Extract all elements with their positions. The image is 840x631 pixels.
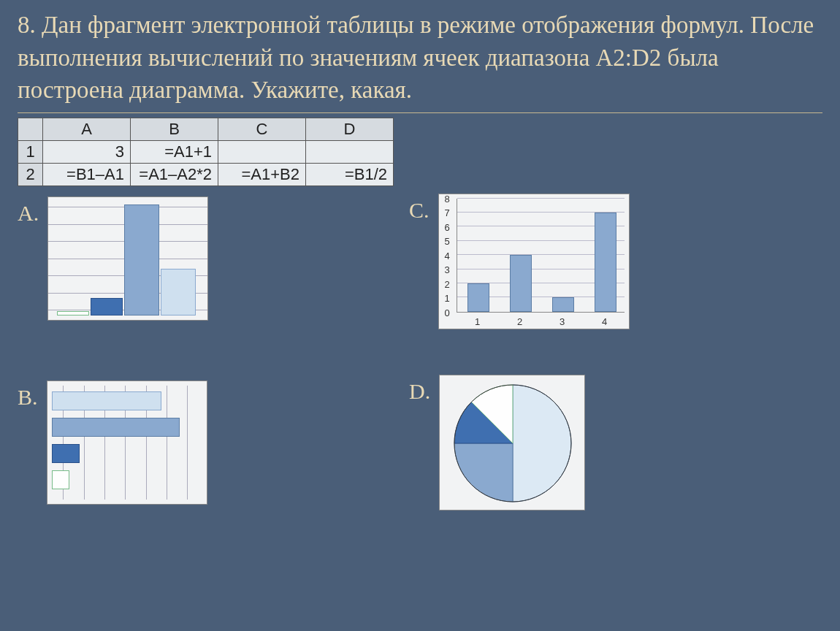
ytick-0: 0 <box>445 307 450 318</box>
ytick-6: 6 <box>445 221 450 232</box>
cell-C1 <box>218 140 306 163</box>
ytick-5: 5 <box>445 235 450 246</box>
xtick-2: 2 <box>517 316 522 327</box>
xtick-3: 3 <box>560 316 565 327</box>
option-B[interactable]: B. <box>18 380 207 505</box>
option-C-label: C. <box>409 194 429 223</box>
chart-C-plot <box>457 199 625 313</box>
option-C[interactable]: C. 8 7 6 5 4 3 2 1 <box>409 194 630 329</box>
cell-D1 <box>306 140 394 163</box>
option-D-label: D. <box>409 375 430 404</box>
ytick-2: 2 <box>445 278 450 289</box>
col-header-C: C <box>218 118 306 140</box>
cell-A2: =B1–A1 <box>43 163 131 186</box>
cell-B1: =A1+1 <box>131 140 218 163</box>
divider <box>18 112 822 113</box>
option-A[interactable]: A. <box>18 196 208 321</box>
xtick-1: 1 <box>475 316 480 327</box>
chart-A <box>47 196 208 321</box>
chart-C: 8 7 6 5 4 3 2 1 0 1 2 3 4 <box>438 194 630 329</box>
xtick-4: 4 <box>602 316 607 327</box>
cell-C2: =A1+B2 <box>218 163 306 186</box>
ytick-7: 7 <box>445 207 450 218</box>
col-header-D: D <box>306 118 394 140</box>
cell-D2: =B1/2 <box>306 163 394 186</box>
cell-A1: 3 <box>43 140 131 163</box>
option-B-label: B. <box>18 380 38 410</box>
cell-B2: =A1–A2*2 <box>131 163 218 186</box>
option-A-label: A. <box>18 196 39 226</box>
ytick-1: 1 <box>445 292 450 303</box>
col-header-A: A <box>43 118 131 140</box>
ytick-4: 4 <box>445 250 450 261</box>
row-header-2: 2 <box>18 163 43 186</box>
spreadsheet-fragment: A B C D 1 3 =A1+1 2 =B1–A1 =A1–A2*2 =A1+… <box>18 118 394 186</box>
chart-B <box>47 380 207 505</box>
ytick-8: 8 <box>445 193 450 204</box>
options-area: A. B. <box>0 186 840 566</box>
col-header-B: B <box>131 118 218 140</box>
sheet-corner <box>18 118 43 140</box>
option-D[interactable]: D. <box>409 375 585 510</box>
question-text: 8. Дан фрагмент электронной таблицы в ре… <box>0 0 840 112</box>
ytick-3: 3 <box>445 264 450 275</box>
chart-D <box>439 375 585 510</box>
row-header-1: 1 <box>18 140 43 163</box>
